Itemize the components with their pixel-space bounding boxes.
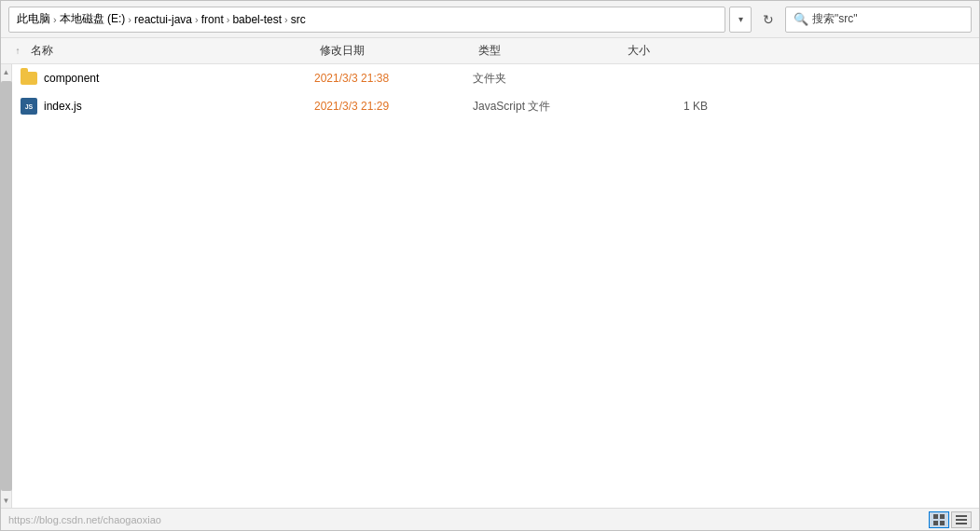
table-row[interactable]: index.js 2021/3/3 21:29 JavaScript 文件 1 … — [12, 92, 979, 120]
svg-rect-6 — [956, 523, 967, 524]
folder-icon — [20, 69, 38, 88]
breadcrumb-current: src — [291, 13, 306, 26]
breadcrumb-local-disk[interactable]: 本地磁盘 (E:) — [60, 11, 126, 27]
search-area[interactable]: 🔍 搜索"src" — [785, 7, 972, 33]
svg-rect-0 — [933, 514, 938, 519]
address-dropdown-button[interactable]: ▾ — [729, 7, 752, 33]
svg-rect-2 — [933, 521, 938, 525]
file-date-indexjs: 2021/3/3 21:29 — [314, 100, 473, 113]
column-header-row: ↑ 名称 修改日期 类型 大小 — [1, 38, 979, 64]
file-size-indexjs: 1 KB — [622, 100, 715, 113]
column-type-header[interactable]: 类型 — [475, 43, 624, 59]
refresh-button[interactable]: ↻ — [755, 7, 781, 33]
scroll-up[interactable]: ▲ — [1, 64, 12, 79]
svg-rect-3 — [940, 521, 945, 525]
file-list: component 2021/3/3 21:38 文件夹 index.js 20… — [12, 64, 979, 508]
scroll-down[interactable]: ▼ — [1, 493, 12, 508]
breadcrumb-front[interactable]: front — [201, 13, 224, 26]
search-placeholder: 搜索"src" — [812, 11, 858, 27]
file-name-component: component — [44, 72, 314, 85]
column-date-header[interactable]: 修改日期 — [316, 43, 475, 59]
status-bar: https://blog.csdn.net/chaogaoxiao — [1, 508, 979, 530]
column-name-header[interactable]: 名称 — [27, 43, 316, 59]
breadcrumb-babel-test[interactable]: babel-test — [232, 13, 282, 26]
main-content: ▲ ▼ component 2021/3/3 21:38 文件夹 in — [1, 64, 979, 508]
column-size-header[interactable]: 大小 — [624, 43, 717, 59]
view-toggle — [929, 511, 972, 528]
breadcrumb-area[interactable]: 此电脑 › 本地磁盘 (E:) › reactui-java › front ›… — [8, 7, 725, 33]
breadcrumb-this-pc[interactable]: 此电脑 — [17, 11, 50, 27]
svg-rect-5 — [956, 519, 967, 521]
file-date-component: 2021/3/3 21:38 — [314, 72, 473, 85]
breadcrumb-reactui-java[interactable]: reactui-java — [134, 13, 192, 26]
js-file-icon — [20, 97, 38, 116]
scroll-thumb[interactable] — [1, 81, 12, 491]
address-bar: 此电脑 › 本地磁盘 (E:) › reactui-java › front ›… — [1, 1, 979, 38]
file-type-indexjs: JavaScript 文件 — [473, 99, 622, 115]
sort-arrow[interactable]: ↑ — [8, 46, 27, 56]
list-view-button[interactable] — [951, 511, 972, 528]
svg-rect-4 — [956, 515, 967, 517]
file-type-component: 文件夹 — [473, 71, 622, 87]
table-row[interactable]: component 2021/3/3 21:38 文件夹 — [12, 64, 979, 92]
watermark-text: https://blog.csdn.net/chaogaoxiao — [8, 514, 161, 525]
explorer-window: 此电脑 › 本地磁盘 (E:) › reactui-java › front ›… — [0, 0, 980, 531]
search-icon: 🔍 — [794, 12, 808, 26]
file-name-indexjs: index.js — [44, 100, 314, 113]
svg-rect-1 — [940, 514, 945, 519]
left-scroll-panel: ▲ ▼ — [1, 64, 12, 508]
grid-view-button[interactable] — [929, 511, 949, 528]
